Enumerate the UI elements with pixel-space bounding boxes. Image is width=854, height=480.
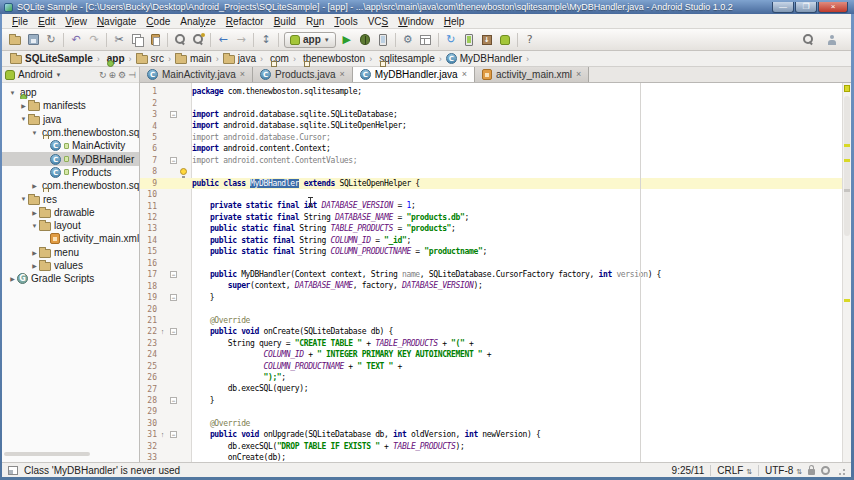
expand-arrow-icon[interactable]: ▶	[8, 275, 17, 282]
code-line-1[interactable]: package com.thenewboston.sqlitesample;	[192, 86, 842, 97]
override-method-icon[interactable]: ↑	[161, 431, 165, 438]
gutter-line-19[interactable]: 19−	[140, 292, 192, 303]
expand-arrow-icon[interactable]: ▶	[19, 102, 28, 109]
fold-region-icon[interactable]: −	[170, 157, 177, 164]
code-editor[interactable]: 123−4567−891011121314151617−1819−202122↑…	[140, 83, 851, 462]
avd-manager-button[interactable]	[460, 31, 478, 49]
menu-file[interactable]: File	[7, 16, 33, 27]
toolwindow-toggle-icon[interactable]	[8, 466, 18, 475]
gutter-line-32[interactable]: 32	[140, 441, 192, 452]
gutter-line-25[interactable]: 25	[140, 361, 192, 372]
code-line-5[interactable]: import android.database.Cursor;	[192, 132, 842, 143]
maximize-button[interactable]: ❐	[795, 2, 817, 13]
gutter-line-15[interactable]: 15	[140, 246, 192, 257]
close-tab-icon[interactable]: ×	[340, 70, 345, 79]
back-button[interactable]: ←	[214, 31, 232, 49]
breadcrumb-item-thenewboston[interactable]: thenewboston	[298, 53, 367, 64]
caret-position[interactable]: 9:25/11	[672, 465, 705, 476]
fold-region-icon[interactable]: −	[170, 271, 177, 278]
inspection-status-indicator[interactable]	[844, 85, 850, 92]
copy-button[interactable]	[128, 31, 146, 49]
code-line-31[interactable]: public void onUpgrade(SQLiteDatabase db,…	[192, 429, 842, 440]
locate-icon[interactable]: ⊕	[109, 70, 117, 80]
gutter-line-11[interactable]: 11	[140, 200, 192, 211]
tree-item-menu[interactable]: ▶menu	[2, 246, 139, 259]
menu-tools[interactable]: Tools	[329, 16, 362, 27]
gutter-line-9[interactable]: 9	[140, 178, 192, 189]
error-stripe[interactable]	[842, 83, 851, 462]
code-line-10[interactable]	[192, 189, 842, 200]
hide-panel-icon[interactable]: ⊣	[128, 70, 136, 80]
close-tab-icon[interactable]: ×	[240, 70, 245, 79]
help-button[interactable]: ?	[521, 31, 539, 49]
gutter-line-14[interactable]: 14	[140, 235, 192, 246]
override-method-icon[interactable]: ↑	[161, 328, 165, 335]
tree-item-com-thenewboston-sqlitesample[interactable]: ▶com.thenewboston.sqlitesample	[2, 179, 139, 192]
code-text[interactable]: package com.thenewboston.sqlitesample;im…	[192, 86, 842, 462]
gutter-line-5[interactable]: 5	[140, 132, 192, 143]
tab-mydbhandler-java[interactable]: CMyDBHandler.java×	[353, 67, 475, 82]
code-line-6[interactable]: import android.content.Context;	[192, 143, 842, 154]
gutter-line-21[interactable]: 21	[140, 315, 192, 326]
editor-scrollbar-thumb[interactable]	[844, 96, 850, 236]
tree-item-drawable[interactable]: ▶drawable	[2, 206, 139, 219]
collapse-arrow-icon[interactable]: ▼	[30, 223, 39, 229]
intention-bulb-icon[interactable]	[180, 168, 187, 175]
search-everywhere-button[interactable]	[799, 31, 817, 49]
expand-arrow-icon[interactable]: ▶	[30, 182, 39, 189]
project-structure-button[interactable]	[417, 31, 435, 49]
editor-gutter[interactable]: 123−4567−891011121314151617−1819−202122↑…	[140, 86, 192, 462]
gutter-line-17[interactable]: 17−	[140, 269, 192, 280]
undo-button[interactable]: ↶	[67, 31, 85, 49]
breadcrumb-item-sqlitesample[interactable]: sqlitesample	[374, 53, 437, 64]
close-tab-icon[interactable]: ×	[576, 70, 581, 79]
code-line-22[interactable]: public void onCreate(SQLiteDatabase db) …	[192, 326, 842, 337]
tree-item-com-thenewboston-sqlitesample[interactable]: ▼com.thenewboston.sqlitesample	[2, 126, 139, 139]
synchronize-button[interactable]: ↻	[42, 31, 60, 49]
code-line-14[interactable]: public static final String COLUMN_ID = "…	[192, 235, 842, 246]
gutter-line-1[interactable]: 1	[140, 86, 192, 97]
lock-icon[interactable]	[808, 469, 815, 475]
code-line-11[interactable]: private static final int DATABASE_VERSIO…	[192, 200, 842, 211]
find-usages-button[interactable]	[189, 31, 207, 49]
menu-refactor[interactable]: Refactor	[221, 16, 269, 27]
gutter-line-23[interactable]: 23	[140, 338, 192, 349]
gear-icon[interactable]: ⚙	[118, 70, 126, 80]
gutter-line-29[interactable]: 29	[140, 406, 192, 417]
tab-products-java[interactable]: CProducts.java×	[253, 67, 353, 82]
code-line-18[interactable]: super(context, DATABASE_NAME, factory, D…	[192, 280, 842, 291]
device-monitor-button[interactable]	[496, 31, 514, 49]
gutter-line-20[interactable]: 20	[140, 303, 192, 314]
warning-stripe-mark[interactable]	[844, 144, 850, 147]
tree-item-res[interactable]: ▼res	[2, 192, 139, 205]
user-button[interactable]	[823, 31, 841, 49]
tree-item-layout[interactable]: ▼layout	[2, 219, 139, 232]
expand-arrow-icon[interactable]: ▶	[30, 249, 39, 256]
minimize-button[interactable]: —	[772, 2, 794, 13]
collapse-arrow-icon[interactable]: ▼	[30, 130, 39, 136]
refresh-icon[interactable]: ↻	[99, 70, 107, 80]
tab-mainactivity-java[interactable]: CMainActivity.java×	[140, 67, 253, 82]
breadcrumb-item-com[interactable]: com	[265, 53, 291, 64]
paste-button[interactable]	[146, 31, 164, 49]
warning-stripe-mark[interactable]	[844, 299, 850, 302]
tree-item-values[interactable]: ▶values	[2, 259, 139, 272]
code-line-2[interactable]	[192, 97, 842, 108]
gutter-line-33[interactable]: 33	[140, 452, 192, 462]
warning-stripe-mark[interactable]	[844, 189, 850, 192]
find-button[interactable]	[171, 31, 189, 49]
tree-item-mainactivity[interactable]: CMainActivity	[2, 139, 139, 152]
gutter-line-26[interactable]: 26	[140, 372, 192, 383]
tree-item-manifests[interactable]: ▶manifests	[2, 99, 139, 112]
tree-item-java[interactable]: ▼java	[2, 113, 139, 126]
tree-item-products[interactable]: CProducts	[2, 166, 139, 179]
gutter-line-4[interactable]: 4	[140, 120, 192, 131]
collapse-arrow-icon[interactable]: ▼	[19, 196, 28, 202]
menu-vcs[interactable]: VCS	[363, 16, 394, 27]
sdk-manager-button[interactable]: ↓	[478, 31, 496, 49]
expand-arrow-icon[interactable]: ▶	[30, 262, 39, 269]
gutter-line-13[interactable]: 13	[140, 223, 192, 234]
fold-region-icon[interactable]: −	[170, 431, 177, 438]
code-line-20[interactable]	[192, 303, 842, 314]
code-inspection-button[interactable]: ⚙	[399, 31, 417, 49]
